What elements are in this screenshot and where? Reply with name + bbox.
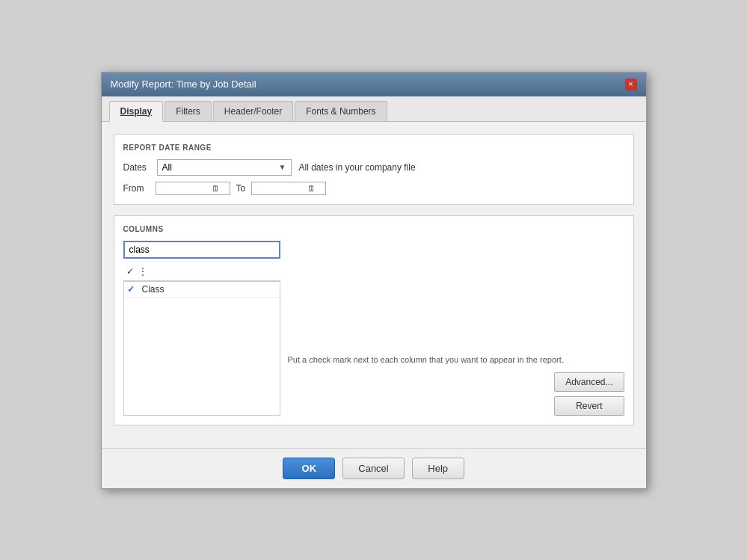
revert-button[interactable]: Revert — [554, 396, 624, 416]
to-label: To — [236, 183, 246, 194]
dates-label: Dates — [123, 162, 150, 173]
column-item-class[interactable]: ✓ Class — [124, 282, 280, 298]
tab-filters[interactable]: Filters — [165, 101, 212, 121]
tab-display[interactable]: Display — [109, 101, 164, 122]
column-check-icon: ✓ — [127, 284, 138, 295]
dialog-title: Modify Report: Time by Job Detail — [111, 79, 256, 90]
tab-bar: Display Filters Header/Footer Fonts & Nu… — [102, 96, 646, 122]
columns-section: COLUMNS ✓ ⋮ ✓ Class — [114, 215, 634, 425]
from-date-input[interactable]: 🗓 — [156, 182, 230, 195]
from-label: From — [123, 183, 150, 194]
columns-right-panel: Put a check mark next to each column tha… — [288, 241, 624, 416]
drag-handle-icon: ⋮ — [138, 266, 147, 277]
date-range-section: REPORT DATE RANGE Dates All ▼ All dates … — [114, 134, 634, 205]
tab-header-footer[interactable]: Header/Footer — [213, 101, 293, 121]
column-label: Class — [142, 284, 165, 295]
dialog-footer: OK Cancel Help — [102, 448, 646, 488]
check-all-icon: ✓ — [126, 266, 134, 277]
close-button[interactable]: × — [625, 79, 637, 90]
cancel-button[interactable]: Cancel — [342, 458, 404, 479]
dates-dropdown-value: All — [162, 162, 276, 173]
columns-check-header: ✓ ⋮ — [123, 263, 280, 281]
to-date-field[interactable] — [255, 184, 307, 193]
titlebar: Modify Report: Time by Job Detail × — [102, 73, 646, 96]
date-from-to-row: From 🗓 To 🗓 — [123, 182, 624, 195]
columns-title: COLUMNS — [123, 225, 624, 233]
date-range-title: REPORT DATE RANGE — [123, 144, 624, 152]
columns-list: ✓ Class — [123, 281, 280, 416]
from-calendar-icon[interactable]: 🗓 — [212, 184, 220, 193]
tab-fonts-numbers[interactable]: Fonts & Numbers — [295, 101, 387, 121]
dates-row: Dates All ▼ All dates in your company fi… — [123, 159, 624, 176]
columns-hint-text: Put a check mark next to each column tha… — [288, 354, 564, 366]
dates-info-text: All dates in your company file — [299, 162, 416, 173]
help-button[interactable]: Help — [412, 458, 464, 479]
columns-search-input[interactable] — [123, 241, 280, 259]
modify-report-dialog: Modify Report: Time by Job Detail × Disp… — [101, 72, 647, 489]
columns-left-panel: ✓ ⋮ ✓ Class — [123, 241, 280, 416]
columns-right-buttons: Advanced... Revert — [554, 372, 624, 416]
advanced-button[interactable]: Advanced... — [554, 372, 624, 392]
ok-button[interactable]: OK — [283, 458, 335, 479]
dates-dropdown[interactable]: All ▼ — [157, 159, 292, 176]
to-calendar-icon[interactable]: 🗓 — [307, 184, 316, 193]
dialog-body: REPORT DATE RANGE Dates All ▼ All dates … — [102, 122, 646, 448]
to-date-input[interactable]: 🗓 — [251, 182, 326, 195]
dropdown-arrow-icon: ▼ — [279, 163, 286, 171]
columns-layout: ✓ ⋮ ✓ Class Put a check mark next to eac… — [123, 241, 624, 416]
from-date-field[interactable] — [159, 184, 212, 193]
